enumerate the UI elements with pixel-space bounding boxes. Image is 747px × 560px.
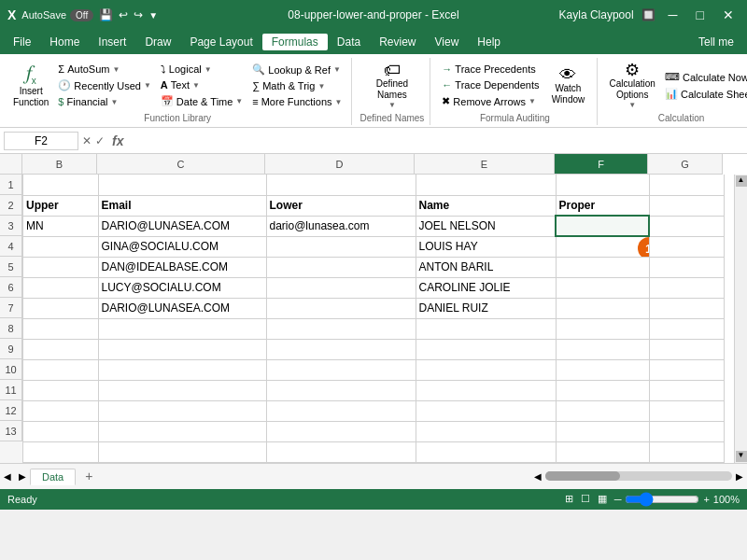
cell-b1[interactable] [23,175,98,195]
scroll-up-btn[interactable]: ▲ [736,175,747,187]
cell-f2[interactable] [556,216,649,236]
cell-d12[interactable] [266,421,416,441]
cell-e1-header[interactable]: Name [416,195,556,216]
text-btn[interactable]: A Text ▼ [157,77,247,92]
cell-g5[interactable] [649,277,724,298]
cell-g6[interactable] [649,298,724,318]
menu-draw[interactable]: Draw [135,34,180,50]
cell-b3[interactable] [23,236,98,257]
cell-e7[interactable] [416,318,556,339]
cell-c13[interactable] [98,441,266,462]
cell-c10[interactable] [98,380,266,400]
ribbon-toggle-icon[interactable]: 🔲 [641,8,655,21]
row-header-10[interactable]: 10 [0,359,22,380]
autosum-btn[interactable]: Σ AutoSum ▼ [54,62,154,77]
cell-d11[interactable] [266,400,416,421]
cell-b8[interactable] [23,339,98,359]
cell-d2[interactable]: dario@lunasea.com [266,216,416,236]
row-header-13[interactable]: 13 [0,421,22,441]
menu-formulas[interactable]: Formulas [262,34,328,50]
h-scroll-right-btn[interactable]: ▶ [736,471,743,482]
cell-f7[interactable] [556,318,649,339]
col-header-f[interactable]: F [555,154,648,175]
cell-e10[interactable] [416,380,556,400]
defined-names-btn[interactable]: 🏷 DefinedNames ▼ [366,60,417,111]
cell-e3[interactable]: LOUIS HAY [416,236,556,257]
trace-dependents-btn[interactable]: ← Trace Dependents [438,77,543,92]
cell-g7[interactable] [649,318,724,339]
cell-b2[interactable]: MN [23,216,98,236]
trace-precedents-btn[interactable]: → Trace Precedents [438,62,543,77]
cell-b6[interactable] [23,298,98,318]
row-header-1[interactable]: 1 [0,175,22,195]
close-btn[interactable]: ✕ [717,6,740,24]
cell-f12[interactable] [556,421,649,441]
cell-b11[interactable] [23,400,98,421]
cell-f9[interactable] [556,359,649,380]
cell-g1-header[interactable] [649,195,724,216]
cell-g2[interactable] [649,216,724,236]
cell-g12[interactable] [649,421,724,441]
dropdown-icon[interactable]: ▼ [148,10,158,21]
menu-help[interactable]: Help [468,34,510,50]
date-time-btn[interactable]: 📅 Date & Time ▼ [157,93,247,109]
cell-e11[interactable] [416,400,556,421]
cell-e13[interactable] [416,441,556,462]
cell-b5[interactable] [23,277,98,298]
sheet-scroll-left-btn[interactable]: ◀ [0,471,15,482]
row-header-2[interactable]: 2 [0,195,22,216]
row-header-11[interactable]: 11 [0,380,22,400]
menu-review[interactable]: Review [370,34,425,50]
cell-d8[interactable] [266,339,416,359]
formula-input[interactable] [131,133,743,149]
col-header-g[interactable]: G [648,154,723,175]
cell-d13[interactable] [266,441,416,462]
cell-e1[interactable] [416,175,556,195]
row-header-6[interactable]: 6 [0,277,22,298]
cell-d7[interactable] [266,318,416,339]
row-header-5[interactable]: 5 [0,257,22,277]
cell-d3[interactable] [266,236,416,257]
calc-sheet-btn[interactable]: 📊 Calculate Sheet [661,86,747,102]
cell-f8[interactable] [556,339,649,359]
cell-f3[interactable]: 1 [556,236,649,257]
cell-e8[interactable] [416,339,556,359]
cell-e6[interactable]: DANIEL RUIZ [416,298,556,318]
cell-c6[interactable]: DARIO@LUNASEA.COM [98,298,266,318]
cell-f13[interactable] [556,441,649,462]
minimize-btn[interactable]: ─ [663,6,684,24]
cell-e12[interactable] [416,421,556,441]
cell-d9[interactable] [266,359,416,380]
autosave-toggle[interactable]: Off [70,9,93,21]
cell-c3[interactable]: GINA@SOCIALU.COM [98,236,266,257]
cell-b9[interactable] [23,359,98,380]
cell-c8[interactable] [98,339,266,359]
cell-f1[interactable] [556,175,649,195]
cell-e4[interactable]: ANTON BARIL [416,257,556,277]
insert-function-btn[interactable]: 𝑓x InsertFunction [9,61,52,110]
cell-d4[interactable] [266,257,416,277]
remove-arrows-btn[interactable]: ✖ Remove Arrows ▼ [438,93,543,109]
menu-page-layout[interactable]: Page Layout [180,34,261,50]
h-scroll-left-btn[interactable]: ◀ [534,471,542,482]
sheet-scroll-right-btn[interactable]: ▶ [15,471,30,482]
row-header-12[interactable]: 12 [0,400,22,421]
col-header-c[interactable]: C [97,154,265,175]
cell-c12[interactable] [98,421,266,441]
more-functions-btn[interactable]: ≡ More Functions ▼ [248,94,345,109]
cell-b10[interactable] [23,380,98,400]
undo-icon[interactable]: ↩ [119,8,128,21]
cell-c2[interactable]: DARIO@LUNASEA.COM [98,216,266,236]
row-header-8[interactable]: 8 [0,318,22,339]
normal-view-btn[interactable]: ⊞ [565,493,573,505]
menu-tell-me[interactable]: Tell me [689,34,743,50]
cell-f4[interactable] [556,257,649,277]
watch-window-btn[interactable]: 👁 WatchWindow [544,64,591,107]
col-header-d[interactable]: D [265,154,415,175]
cell-c7[interactable] [98,318,266,339]
cell-b12[interactable] [23,421,98,441]
maximize-btn[interactable]: □ [691,6,710,24]
cell-f11[interactable] [556,400,649,421]
name-box[interactable]: F2 [4,132,78,150]
menu-insert[interactable]: Insert [89,34,135,50]
